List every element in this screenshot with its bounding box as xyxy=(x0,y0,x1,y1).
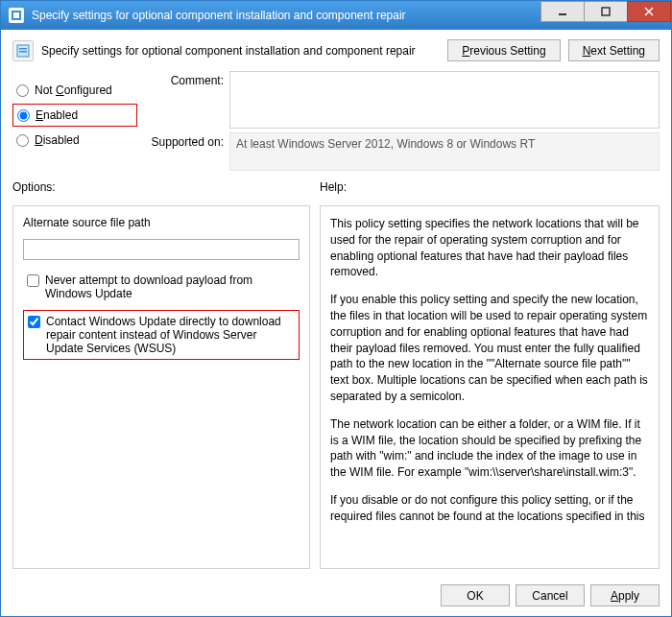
comment-textarea[interactable] xyxy=(229,71,660,129)
help-panel: This policy setting specifies the networ… xyxy=(320,205,660,569)
maximize-button[interactable] xyxy=(584,1,628,22)
never-download-label: Never attempt to download payload from W… xyxy=(45,273,296,300)
radio-not-configured[interactable]: Not Configured xyxy=(12,79,137,102)
options-panel: Alternate source file path Never attempt… xyxy=(12,205,310,569)
close-button[interactable] xyxy=(627,1,671,22)
help-text: This policy setting specifies the networ… xyxy=(330,216,649,558)
svg-rect-7 xyxy=(19,48,27,50)
gp-editor-window: Specify settings for optional component … xyxy=(0,0,672,617)
never-download-checkbox-row[interactable]: Never attempt to download payload from W… xyxy=(23,270,300,304)
window-title: Specify settings for optional component … xyxy=(32,9,406,22)
apply-button[interactable]: Apply xyxy=(590,584,660,606)
supported-on-label: Supported on: xyxy=(147,132,224,149)
dialog-footer: OK Cancel Apply xyxy=(1,577,671,616)
radio-not-configured-input[interactable] xyxy=(16,84,29,97)
app-icon xyxy=(9,8,24,23)
policy-icon xyxy=(12,40,34,61)
minimize-button[interactable] xyxy=(540,1,585,22)
ok-button[interactable]: OK xyxy=(441,584,510,606)
radio-enabled-input[interactable] xyxy=(17,109,30,122)
radio-enabled[interactable]: Enabled xyxy=(12,104,137,127)
svg-rect-2 xyxy=(559,13,566,15)
svg-rect-1 xyxy=(13,12,19,18)
never-download-checkbox[interactable] xyxy=(27,274,39,287)
contact-wu-checkbox-row[interactable]: Contact Windows Update directly to downl… xyxy=(23,310,300,360)
previous-setting-button[interactable]: Previous Setting xyxy=(447,39,560,61)
radio-disabled-input[interactable] xyxy=(16,134,29,147)
cancel-button[interactable]: Cancel xyxy=(516,584,585,606)
contact-wu-checkbox[interactable] xyxy=(28,316,40,328)
header-text: Specify settings for optional component … xyxy=(41,44,440,58)
next-setting-button[interactable]: Next Setting xyxy=(568,39,660,61)
svg-rect-8 xyxy=(19,51,27,53)
titlebar: Specify settings for optional component … xyxy=(1,1,671,30)
comment-label: Comment: xyxy=(147,71,224,87)
alt-path-input[interactable] xyxy=(23,239,300,260)
alt-path-label: Alternate source file path xyxy=(23,216,300,229)
supported-on-text: At least Windows Server 2012, Windows 8 … xyxy=(229,132,660,171)
contact-wu-label: Contact Windows Update directly to downl… xyxy=(46,315,295,355)
help-label: Help: xyxy=(320,180,347,194)
svg-rect-3 xyxy=(602,8,610,15)
options-label: Options: xyxy=(12,180,310,194)
radio-disabled[interactable]: Disabled xyxy=(12,129,137,152)
